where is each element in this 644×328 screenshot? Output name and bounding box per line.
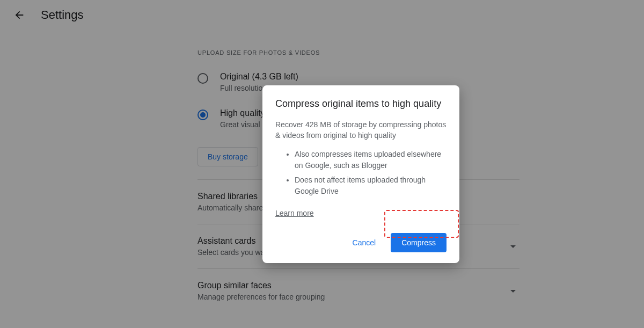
compress-dialog: Compress original items to high quality … bbox=[262, 85, 459, 263]
dialog-body: Recover 428 MB of storage by compressing… bbox=[275, 119, 447, 141]
dialog-title: Compress original items to high quality bbox=[275, 98, 447, 110]
compress-button[interactable]: Compress bbox=[391, 233, 447, 252]
dialog-bullet: Also compresses items uploaded elsewhere… bbox=[295, 149, 447, 171]
cancel-button[interactable]: Cancel bbox=[347, 234, 382, 251]
dialog-actions: Cancel Compress bbox=[275, 233, 447, 257]
dialog-bullets: Also compresses items uploaded elsewhere… bbox=[275, 149, 447, 197]
learn-more-link[interactable]: Learn more bbox=[275, 209, 314, 217]
dialog-bullet: Does not affect items uploaded through G… bbox=[295, 174, 447, 197]
settings-page: Settings UPLOAD SIZE FOR PHOTOS & VIDEOS… bbox=[0, 0, 644, 328]
